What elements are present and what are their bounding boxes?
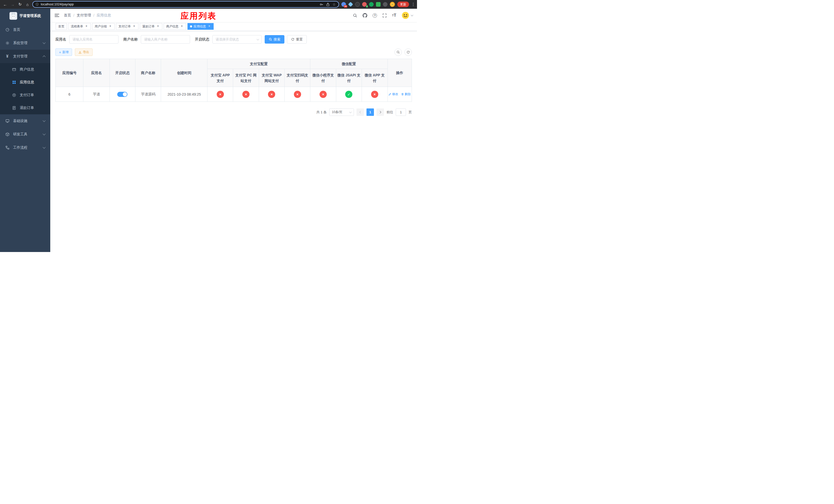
extension-badge: 1 — [366, 5, 368, 8]
merchant-name-label: 商户名称 — [123, 37, 138, 42]
tab-refund-order[interactable]: 退款订单× — [140, 23, 162, 30]
sidebar-item-infrastructure[interactable]: 基础设施 — [0, 114, 50, 128]
toggle-search-button[interactable] — [394, 48, 402, 56]
tab-pay-order[interactable]: 支付订单× — [116, 23, 138, 30]
dashboard-icon — [5, 28, 9, 32]
sidebar-item-workflow[interactable]: 工作流程 — [0, 141, 50, 154]
search-icon[interactable] — [353, 13, 357, 18]
close-icon[interactable]: × — [207, 25, 211, 28]
browser-menu-icon[interactable]: ⋮ — [411, 2, 414, 7]
close-icon[interactable]: × — [180, 25, 184, 28]
merchant-name-input[interactable] — [141, 35, 190, 44]
column-header-wx-app: 微信 APP 支付 — [362, 69, 388, 87]
column-header-alipay-app: 支付宝 APP 支付 — [207, 69, 233, 87]
home-button[interactable]: ⌂ — [25, 2, 30, 7]
status-select[interactable]: 请选择开启状态 — [212, 35, 262, 44]
column-header-status: 开启状态 — [110, 59, 135, 87]
close-icon[interactable]: × — [109, 25, 112, 28]
url-text[interactable]: localhost:1024/pay/app — [41, 3, 317, 6]
user-menu[interactable] — [402, 12, 413, 19]
breadcrumb-home[interactable]: 首页 — [64, 13, 71, 18]
github-icon[interactable] — [363, 13, 367, 18]
search-button[interactable]: 搜索 — [265, 35, 284, 44]
next-page-button[interactable] — [376, 109, 384, 116]
alipay-app-status-icon: × — [217, 91, 224, 98]
yen-icon: ¥ — [5, 54, 9, 59]
active-dot — [190, 25, 192, 27]
pay-order-icon — [12, 93, 16, 97]
hamburger-icon[interactable] — [54, 14, 59, 17]
sidebar-item-pay-order[interactable]: 支付订单 — [0, 89, 50, 101]
profile-avatar[interactable] — [390, 2, 395, 7]
app-logo-row[interactable]: 芋道管理系统 — [0, 9, 50, 23]
sidebar: 芋道管理系统 首页 系统管理 ¥ 支付管理 商户信息 — [0, 9, 50, 252]
extension-icon-1[interactable]: 10 — [341, 2, 346, 7]
column-group-alipay: 支付宝配置 — [207, 59, 310, 69]
extensions-area: 10 1 — [341, 2, 388, 7]
sidebar-item-system[interactable]: 系统管理 — [0, 37, 50, 50]
user-avatar[interactable] — [402, 12, 409, 19]
prev-page-button[interactable] — [356, 109, 364, 116]
bookmark-star-icon[interactable]: ☆ — [332, 2, 336, 6]
goto-label: 前往 — [387, 110, 393, 115]
app-name-input[interactable] — [69, 35, 118, 44]
refresh-table-button[interactable] — [404, 48, 412, 56]
gear-icon — [5, 41, 9, 45]
app-name-label: 应用名 — [56, 37, 66, 42]
page-1-button[interactable]: 1 — [367, 109, 374, 116]
tab-user-group[interactable]: 用户分组× — [92, 23, 115, 30]
site-info-icon[interactable]: ⓘ — [36, 2, 39, 7]
chevron-down-icon — [349, 111, 352, 113]
address-bar[interactable]: ⓘ localhost:1024/pay/app ☆ — [32, 1, 339, 8]
total-count: 共 1 条 — [316, 110, 327, 115]
breadcrumb-payment[interactable]: 支付管理 — [77, 13, 91, 18]
sidebar-item-app-info[interactable]: 应用信息 — [0, 76, 50, 89]
extension-icon-2[interactable] — [348, 2, 353, 7]
bank-card-icon — [12, 67, 16, 71]
sidebar-item-refund-order[interactable]: 退款订单 — [0, 101, 50, 114]
extension-icon-5[interactable] — [369, 2, 374, 7]
page-size-select[interactable]: 10条/页 — [329, 109, 354, 116]
reload-button[interactable]: ↻ — [18, 2, 23, 7]
font-size-icon[interactable]: TT — [392, 13, 396, 18]
sidebar-item-payment[interactable]: ¥ 支付管理 — [0, 50, 50, 63]
sidebar-item-home[interactable]: 首页 — [0, 23, 50, 37]
close-icon[interactable]: × — [85, 25, 88, 28]
column-header-wx-mini: 微信小程序支付 — [310, 69, 336, 87]
fullscreen-icon[interactable] — [382, 13, 387, 18]
column-header-wx-jsapi: 微信 JSAPI 支付 — [336, 69, 361, 87]
extension-icon-4[interactable]: 1 — [362, 2, 367, 7]
back-button[interactable]: ← — [3, 2, 8, 7]
delete-link[interactable]: 删除 — [401, 92, 411, 96]
extension-icon-7[interactable] — [383, 2, 388, 7]
browser-update-button[interactable]: 更新 — [397, 2, 409, 7]
sidebar-item-dev-tools[interactable]: 研发工具 — [0, 128, 50, 141]
help-icon[interactable]: ? — [373, 13, 377, 18]
share-icon[interactable] — [326, 3, 330, 6]
grid-icon — [12, 80, 16, 84]
plus-icon: + — [59, 51, 61, 54]
goto-page-input[interactable] — [396, 109, 406, 116]
tab-app-info[interactable]: 应用信息× — [188, 23, 214, 30]
status-label: 开启状态 — [195, 37, 209, 42]
tab-merchant-info[interactable]: 商户信息× — [163, 23, 186, 30]
cell-merchant: 芋道源码 — [135, 87, 161, 102]
app-logo — [9, 12, 17, 20]
search-form: 应用名 商户名称 开启状态 请选择开启状态 搜索 重置 — [56, 35, 412, 44]
close-icon[interactable]: × — [132, 25, 136, 28]
reset-button[interactable]: 重置 — [287, 35, 307, 44]
export-button[interactable]: 导出 — [75, 48, 93, 56]
column-header-app-id: 应用编号 — [56, 59, 83, 87]
sidebar-item-merchant-info[interactable]: 商户信息 — [0, 63, 50, 76]
extension-icon-6[interactable] — [376, 2, 380, 7]
add-button[interactable]: + 新增 — [56, 48, 72, 56]
extension-icon-3[interactable] — [355, 2, 360, 7]
edit-link[interactable]: 修改 — [389, 92, 398, 96]
password-key-icon[interactable] — [320, 3, 323, 6]
tab-home[interactable]: 首页 — [56, 23, 67, 30]
tab-process-form[interactable]: 流程表单× — [68, 23, 91, 30]
column-group-wechat: 微信配置 — [310, 59, 388, 69]
close-icon[interactable]: × — [156, 25, 160, 28]
status-toggle[interactable] — [117, 92, 128, 97]
forward-button[interactable]: → — [10, 2, 15, 7]
